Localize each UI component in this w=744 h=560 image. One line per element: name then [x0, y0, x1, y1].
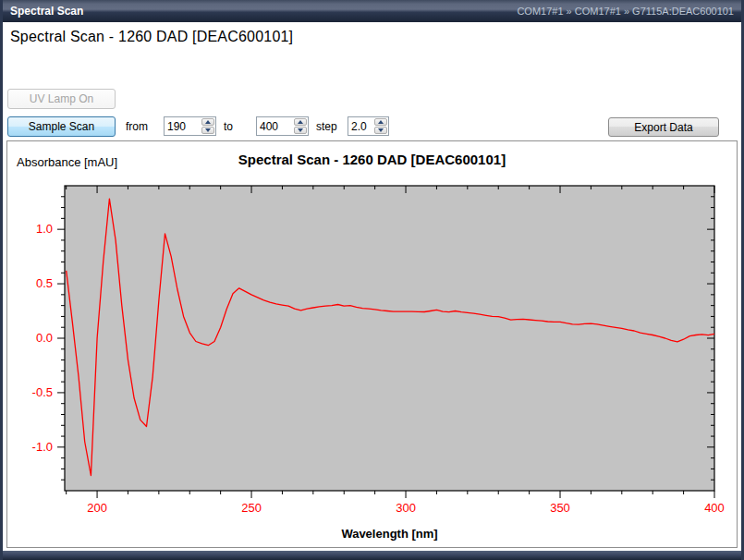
svg-text:0.5: 0.5: [36, 276, 53, 290]
titlebar-title: Spectral Scan: [10, 5, 83, 18]
step-spin-up-button[interactable]: [374, 118, 387, 126]
x-axis-label: Wavelength [nm]: [7, 527, 744, 541]
from-label: from: [126, 119, 148, 134]
spectral-scan-chart: 200250300350400-1.0-0.50.00.51.0: [7, 141, 737, 547]
svg-text:0.0: 0.0: [36, 331, 53, 345]
svg-text:400: 400: [704, 501, 725, 515]
svg-text:-0.5: -0.5: [32, 385, 53, 399]
from-spin-arrows: [201, 117, 215, 135]
svg-text:1.0: 1.0: [36, 222, 53, 236]
svg-text:300: 300: [396, 501, 416, 515]
uv-lamp-button[interactable]: UV Lamp On: [7, 89, 116, 109]
from-spin-down-button[interactable]: [201, 127, 214, 134]
step-spin-arrows: [373, 117, 388, 135]
to-label: to: [224, 119, 233, 134]
from-spinner: [164, 116, 216, 136]
from-input[interactable]: [165, 117, 201, 135]
arrow-up-icon: [378, 120, 384, 124]
svg-text:250: 250: [241, 501, 262, 515]
step-spinner: [348, 116, 389, 136]
svg-text:200: 200: [87, 501, 107, 515]
svg-text:-1.0: -1.0: [32, 440, 53, 454]
arrow-up-icon: [205, 120, 211, 124]
export-data-button[interactable]: Export Data: [608, 117, 719, 137]
page-title: Spectral Scan - 1260 DAD [DEAC600101]: [10, 29, 293, 45]
breadcrumb: COM17#1 » COM17#1 » G7115A:DEAC600101: [517, 6, 734, 17]
bottom-bar: [3, 551, 741, 560]
arrow-down-icon: [205, 128, 211, 132]
app-window: Spectral Scan COM17#1 » COM17#1 » G7115A…: [0, 0, 744, 560]
step-input[interactable]: [348, 117, 373, 135]
to-spin-arrows: [293, 117, 308, 135]
svg-text:350: 350: [550, 501, 570, 515]
sample-scan-button[interactable]: Sample Scan: [7, 116, 116, 137]
arrow-down-icon: [378, 128, 384, 132]
arrow-down-icon: [298, 128, 303, 132]
from-spin-up-button[interactable]: [201, 118, 214, 126]
step-label: step: [316, 119, 337, 134]
x-axis-label-text: Wavelength [nm]: [341, 527, 437, 541]
to-spin-up-button[interactable]: [294, 118, 307, 126]
to-spinner: [256, 116, 309, 136]
titlebar: Spectral Scan COM17#1 » COM17#1 » G7115A…: [3, 0, 741, 22]
to-input[interactable]: [257, 117, 293, 135]
step-spin-down-button[interactable]: [374, 127, 387, 134]
to-spin-down-button[interactable]: [294, 127, 307, 134]
arrow-up-icon: [298, 120, 303, 124]
chart-panel: Absorbance [mAU] Spectral Scan - 1260 DA…: [6, 140, 738, 548]
